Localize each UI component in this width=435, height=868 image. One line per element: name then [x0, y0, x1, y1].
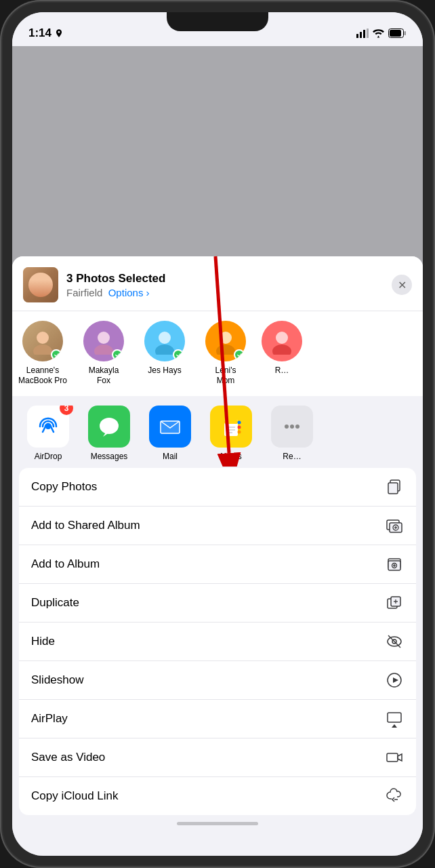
home-bar: [177, 822, 258, 825]
svg-point-31: [238, 431, 241, 434]
svg-rect-36: [388, 483, 398, 494]
share-sheet-panel: 3 Photos Selected Fairfield Options › ✕: [12, 256, 423, 856]
svg-point-14: [216, 344, 235, 355]
notes-icon-wrap: [210, 406, 252, 448]
copy-icloud-label: Copy iCloud Link: [31, 789, 385, 803]
svg-point-29: [238, 421, 241, 425]
action-duplicate[interactable]: Duplicate: [19, 584, 416, 623]
home-indicator: [12, 815, 423, 835]
checkmark-icon: [236, 352, 243, 358]
airplay-label: AirPlay: [31, 712, 385, 726]
hide-label: Hide: [31, 635, 385, 648]
action-save-video[interactable]: Save as Video: [19, 738, 416, 777]
svg-rect-56: [388, 713, 401, 722]
main-content: 3 Photos Selected Fairfield Options › ✕: [12, 46, 423, 856]
contact-avatar-r: [262, 321, 302, 361]
add-album-label: Add to Album: [31, 557, 385, 571]
status-time: 1:14: [28, 26, 64, 40]
contact-item-r[interactable]: R…: [256, 318, 308, 388]
copy-photos-icon: [385, 477, 404, 496]
share-title: 3 Photos Selected: [66, 272, 384, 285]
svg-point-30: [238, 426, 241, 429]
duplicate-icon: [385, 593, 404, 612]
svg-rect-58: [387, 753, 398, 762]
svg-rect-5: [405, 31, 407, 35]
contact-item-makayla[interactable]: MakaylaFox: [73, 318, 134, 388]
online-indicator: [51, 349, 62, 360]
action-copy-photos[interactable]: Copy Photos: [19, 468, 416, 507]
add-album-icon: [385, 555, 404, 574]
contact-avatar-jes: [144, 321, 185, 361]
close-button[interactable]: ✕: [392, 275, 412, 295]
contact-item-jes[interactable]: Jes Hays: [134, 318, 195, 388]
share-sheet-backdrop: 3 Photos Selected Fairfield Options › ✕: [12, 46, 423, 856]
online-indicator: [112, 349, 123, 360]
svg-marker-55: [393, 677, 398, 683]
contact-item-leanne[interactable]: Leanne'sMacBook Pro: [12, 318, 73, 388]
add-shared-album-icon: [385, 516, 404, 535]
close-icon: ✕: [398, 279, 407, 292]
more-icon-wrap: [271, 406, 313, 448]
action-hide[interactable]: Hide: [19, 623, 416, 661]
action-copy-icloud[interactable]: Copy iCloud Link: [19, 777, 416, 815]
action-add-album[interactable]: Add to Album: [19, 545, 416, 584]
share-info: 3 Photos Selected Fairfield Options ›: [66, 272, 384, 298]
checkmark-icon: [115, 352, 121, 358]
slideshow-label: Slideshow: [31, 673, 385, 687]
more-svg: [281, 416, 303, 437]
airdrop-svg: [35, 413, 62, 440]
svg-point-32: [285, 425, 289, 429]
save-video-icon: [385, 748, 404, 767]
contact-avatar-leanne: [22, 321, 63, 361]
contacts-row: Leanne'sMacBook Pro: [12, 311, 423, 396]
action-add-shared-album[interactable]: Add to Shared Album: [19, 507, 416, 545]
svg-point-11: [159, 332, 171, 344]
contact-name-jes: Jes Hays: [148, 366, 181, 375]
share-location: Fairfield: [66, 287, 102, 298]
svg-point-12: [155, 344, 174, 355]
svg-marker-59: [398, 754, 402, 761]
copy-icloud-icon: [385, 787, 404, 806]
mail-icon: [149, 406, 191, 448]
action-slideshow[interactable]: Slideshow: [19, 661, 416, 700]
notes-icon: [210, 406, 252, 448]
messages-icon-wrap: [88, 406, 130, 448]
app-item-mail[interactable]: Mail: [140, 406, 201, 461]
app-item-messages[interactable]: Messages: [79, 406, 140, 461]
avatar-bg: [262, 321, 302, 361]
checkmark-icon: [175, 352, 182, 358]
contact-item-leni[interactable]: Leni'sMom: [195, 318, 256, 388]
notes-svg: [218, 413, 245, 440]
contact-avatar-makayla: [83, 321, 124, 361]
app-item-notes[interactable]: Notes: [201, 406, 262, 461]
app-item-more[interactable]: Re…: [262, 406, 323, 461]
share-header: 3 Photos Selected Fairfield Options › ✕: [12, 256, 423, 311]
svg-point-34: [295, 425, 299, 429]
notch: [167, 12, 268, 31]
svg-rect-25: [224, 420, 238, 424]
airdrop-badge: 3: [60, 406, 73, 415]
add-shared-album-label: Add to Shared Album: [31, 519, 385, 532]
online-indicator: [173, 349, 184, 360]
location-icon: [54, 28, 64, 38]
airplay-icon: [385, 709, 404, 728]
messages-label: Messages: [91, 452, 128, 461]
apps-row: 3: [18, 406, 417, 461]
action-airplay[interactable]: AirPlay: [19, 700, 416, 738]
svg-point-7: [37, 332, 49, 344]
svg-point-10: [94, 344, 113, 355]
svg-line-19: [51, 427, 54, 432]
app-item-airdrop[interactable]: 3: [18, 406, 79, 461]
battery-icon: [388, 28, 407, 38]
svg-point-9: [98, 332, 110, 344]
svg-rect-0: [356, 34, 358, 38]
notes-label: Notes: [220, 452, 241, 461]
svg-rect-2: [363, 30, 365, 38]
phone-screen: 1:14: [12, 12, 423, 856]
svg-marker-57: [392, 724, 397, 728]
duplicate-label: Duplicate: [31, 596, 385, 610]
avatar-image: [268, 328, 295, 355]
share-options-link[interactable]: Options ›: [108, 287, 150, 298]
share-thumbnail: [23, 267, 58, 302]
messages-svg: [96, 414, 122, 439]
